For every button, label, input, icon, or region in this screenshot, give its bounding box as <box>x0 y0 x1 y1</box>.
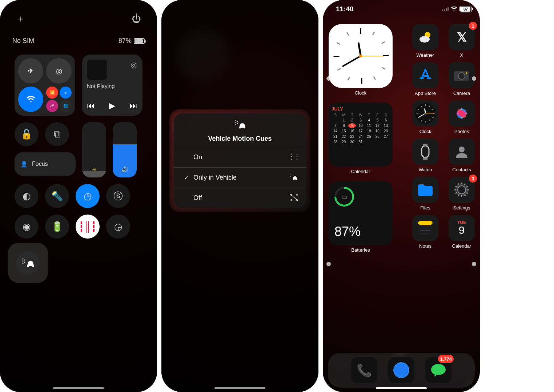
media-title: Not Playing <box>87 83 137 89</box>
svg-point-12 <box>291 159 292 159</box>
battery-icon <box>134 38 145 44</box>
flashlight-button[interactable]: 🔦 <box>45 184 69 208</box>
app-app-store[interactable]: App Store <box>412 62 438 96</box>
low-power-toggle[interactable]: 🔋 <box>45 215 69 239</box>
timer-button[interactable]: ◷ <box>76 184 100 208</box>
option-on-icon <box>290 153 298 162</box>
app-contacts[interactable]: Contacts <box>449 139 475 172</box>
battery-ring-icon: ▭ <box>330 183 358 211</box>
motion-cues-menu-screen: Vehicle Motion Cues On ✓ Only in Vehicle… <box>161 0 318 392</box>
screen-mirroring-button[interactable]: ⧉ <box>45 122 69 146</box>
app-badge: 1 <box>469 22 477 30</box>
clock-icon <box>412 100 438 127</box>
svg-rect-30 <box>418 221 433 225</box>
app-weather[interactable]: Weather <box>412 24 438 58</box>
stopwatch-button[interactable]: ◶ <box>106 215 130 239</box>
dark-mode-toggle[interactable]: ◐ <box>15 184 39 208</box>
airdrop-toggle[interactable]: ◎ <box>46 58 71 84</box>
media-module[interactable]: ◎ Not Playing ⏮ ▶ ⏭ <box>82 55 142 116</box>
svg-point-7 <box>235 124 236 125</box>
app-camera[interactable]: Camera <box>449 62 475 96</box>
app-calendar[interactable]: TUE9Calendar <box>449 215 475 249</box>
calendar-widget-label: Calendar <box>329 169 393 174</box>
app-photos[interactable]: Photos <box>449 100 475 134</box>
app-watch[interactable]: Watch <box>412 139 438 172</box>
watch-icon <box>412 139 438 165</box>
svg-point-13 <box>297 153 297 154</box>
voice-memo-button[interactable]: ┇║┇ <box>76 215 100 239</box>
files-icon <box>412 177 438 203</box>
home-indicator[interactable] <box>214 387 265 389</box>
svg-rect-28 <box>423 157 427 160</box>
menu-header-icon <box>174 119 306 132</box>
wifi-toggle[interactable] <box>18 87 43 112</box>
shazam-button[interactable]: ⓢ <box>106 184 130 208</box>
power-button[interactable]: ⏻ <box>129 12 143 25</box>
svg-point-4 <box>24 262 25 263</box>
app-label: App Store <box>415 91 436 96</box>
batteries-widget[interactable]: ▭ 87% <box>329 181 393 245</box>
media-thumbnail <box>87 60 107 80</box>
svg-point-21 <box>297 194 297 195</box>
menu-option-off[interactable]: Off <box>174 188 306 208</box>
media-forward-button[interactable]: ⏭ <box>129 101 137 111</box>
menu-option-on[interactable]: On <box>174 147 306 167</box>
media-rewind-button[interactable]: ⏮ <box>87 101 95 111</box>
media-play-button[interactable]: ▶ <box>109 101 115 111</box>
connectivity-module[interactable]: ✈︎ ◎ 📶 ⌾ ☍ 🌐 <box>15 55 75 116</box>
svg-point-25 <box>419 36 430 43</box>
volume-slider[interactable]: 🔊 <box>113 122 137 177</box>
bluetooth-toggle[interactable]: ⌾ <box>60 87 72 99</box>
screen-record-button[interactable]: ◉ <box>15 215 39 239</box>
app-files[interactable]: Files <box>412 177 438 211</box>
svg-point-14 <box>297 156 297 157</box>
vehicle-motion-cues-icon <box>16 251 40 275</box>
app-label: X <box>460 52 463 58</box>
app-store-icon <box>412 62 438 88</box>
app-label: Watch <box>419 167 432 172</box>
vehicle-motion-cues-tile[interactable] <box>8 243 48 283</box>
wifi-icon <box>451 5 457 13</box>
motion-cue-dot <box>472 262 476 266</box>
calendar-widget[interactable]: JULY SMTWTFS1234567891011121314151617181… <box>329 103 393 167</box>
menu-option-only-in-vehicle[interactable]: ✓ Only in Vehicle <box>174 167 306 188</box>
airplane-mode-toggle[interactable]: ✈︎ <box>18 58 43 84</box>
menu-title: Vehicle Motion Cues <box>174 135 306 143</box>
clock-widget[interactable] <box>329 24 393 88</box>
svg-point-1 <box>23 261 24 262</box>
app-settings[interactable]: 3Settings <box>449 177 475 211</box>
svg-point-35 <box>458 73 465 79</box>
app-x[interactable]: 𝕏1X <box>449 24 475 58</box>
app-clock[interactable]: Clock <box>412 100 438 134</box>
cellular-signal-icon <box>442 7 449 11</box>
dock-messages-app[interactable]: 1,774 <box>425 357 451 383</box>
svg-point-48 <box>458 186 466 194</box>
vehicle-motion-cues-menu: Vehicle Motion Cues On ✓ Only in Vehicle… <box>169 109 310 212</box>
airplay-icon[interactable]: ◎ <box>131 60 137 69</box>
status-time: 11:40 <box>336 5 354 13</box>
control-center-edit-screen: ＋ ⏻ No SIM 87% ✈︎ ◎ 📶 ⌾ ☍ 🌐 ◎ <box>0 0 157 392</box>
svg-point-18 <box>291 175 292 176</box>
battery-percent: 87% <box>334 224 387 239</box>
vpn-toggle[interactable]: 🌐 <box>60 100 72 112</box>
app-label: Photos <box>454 129 469 134</box>
home-indicator[interactable] <box>376 387 427 389</box>
dock-safari-app[interactable] <box>388 357 414 383</box>
motion-cue-dot <box>472 76 476 81</box>
app-label: Notes <box>419 243 431 249</box>
orientation-lock-toggle[interactable]: 🔓 <box>15 122 39 146</box>
dock-phone-app[interactable]: 📞 <box>351 357 377 383</box>
home-indicator[interactable] <box>53 387 104 389</box>
brightness-slider[interactable]: ☀︎ <box>82 122 106 177</box>
hotspot-toggle[interactable]: ☍ <box>46 100 58 112</box>
svg-point-10 <box>291 153 292 154</box>
focus-module[interactable]: 👤 Focus <box>15 152 76 176</box>
x-icon: 𝕏1 <box>449 24 475 50</box>
cellular-toggle[interactable]: 📶 <box>46 87 58 99</box>
add-control-button[interactable]: ＋ <box>14 12 28 25</box>
battery-indicator: 87 <box>459 6 472 12</box>
svg-point-5 <box>235 120 236 121</box>
app-notes[interactable]: Notes <box>412 215 438 249</box>
app-label: Calendar <box>452 243 471 249</box>
option-vehicle-icon <box>289 173 298 182</box>
